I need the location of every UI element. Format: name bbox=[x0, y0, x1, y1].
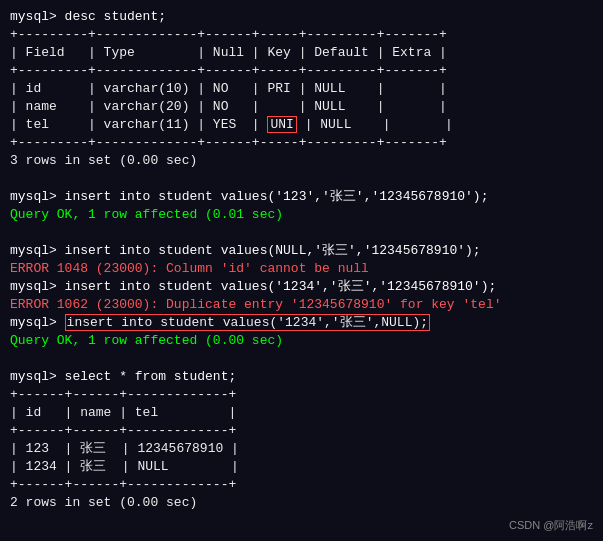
select-row1: | 123 | 张三 | 12345678910 | bbox=[10, 440, 593, 458]
error-insert3: ERROR 1062 (23000): Duplicate entry '123… bbox=[10, 296, 593, 314]
table-border-bottom: +---------+-------------+------+-----+--… bbox=[10, 134, 593, 152]
table-row-name: | name | varchar(20) | NO | | NULL | | bbox=[10, 98, 593, 116]
cmd-insert3: mysql> insert into student values('1234'… bbox=[10, 278, 593, 296]
cmd-select: mysql> select * from student; bbox=[10, 368, 593, 386]
uni-key-highlight: UNI bbox=[267, 116, 296, 133]
select-header: | id | name | tel | bbox=[10, 404, 593, 422]
table-border-top: +---------+-------------+------+-----+--… bbox=[10, 26, 593, 44]
spacer1 bbox=[10, 170, 593, 188]
select-border-top: +------+------+-------------+ bbox=[10, 386, 593, 404]
result-3rows: 3 rows in set (0.00 sec) bbox=[10, 152, 593, 170]
cmd-insert4: mysql> insert into student values('1234'… bbox=[10, 314, 593, 332]
select-border-bottom: +------+------+-------------+ bbox=[10, 476, 593, 494]
watermark: CSDN @阿浩啊z bbox=[509, 518, 593, 533]
cmd-desc: mysql> desc student; bbox=[10, 8, 593, 26]
spacer3 bbox=[10, 350, 593, 368]
cmd-insert1: mysql> insert into student values('123',… bbox=[10, 188, 593, 206]
result-2rows: 2 rows in set (0.00 sec) bbox=[10, 494, 593, 512]
table-header: | Field | Type | Null | Key | Default | … bbox=[10, 44, 593, 62]
table-border-mid: +---------+-------------+------+-----+--… bbox=[10, 62, 593, 80]
ok-insert1: Query OK, 1 row affected (0.01 sec) bbox=[10, 206, 593, 224]
terminal-window: mysql> desc student; +---------+--------… bbox=[0, 0, 603, 541]
error-insert2: ERROR 1048 (23000): Column 'id' cannot b… bbox=[10, 260, 593, 278]
select-row2: | 1234 | 张三 | NULL | bbox=[10, 458, 593, 476]
table-row-tel: | tel | varchar(11) | YES | UNI | NULL |… bbox=[10, 116, 593, 134]
ok-insert4: Query OK, 1 row affected (0.00 sec) bbox=[10, 332, 593, 350]
cmd-insert4-highlight: insert into student values('1234','张三',N… bbox=[65, 314, 430, 331]
select-border-mid: +------+------+-------------+ bbox=[10, 422, 593, 440]
table-row-id: | id | varchar(10) | NO | PRI | NULL | | bbox=[10, 80, 593, 98]
cmd-insert2: mysql> insert into student values(NULL,'… bbox=[10, 242, 593, 260]
spacer2 bbox=[10, 224, 593, 242]
